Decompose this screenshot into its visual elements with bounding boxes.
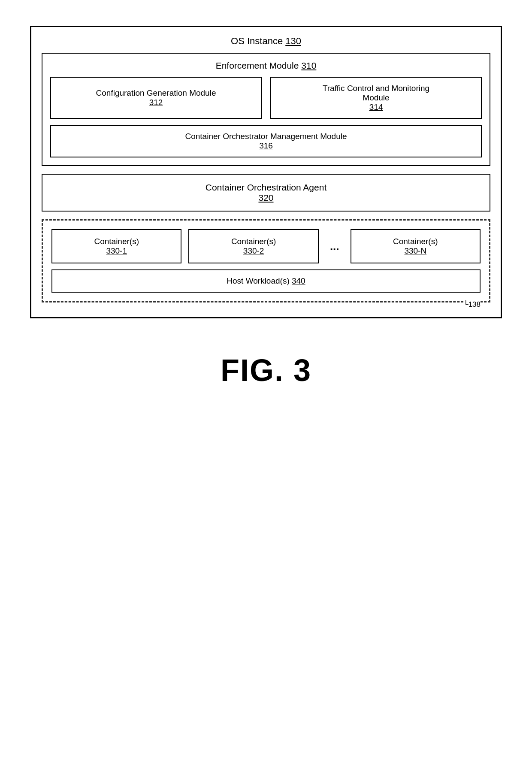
os-instance-label: OS Instance 130 (42, 36, 490, 47)
container-n-box: Container(s) 330-N (351, 229, 481, 263)
dashed-region: Container(s) 330-1 Container(s) 330-2 ..… (42, 219, 490, 302)
container-2-box: Container(s) 330-2 (188, 229, 318, 263)
traffic-control-module-box: Traffic Control and Monitoring Module 31… (270, 77, 482, 119)
host-workload-ref: 340 (292, 276, 305, 285)
modules-row: Configuration Generation Module 312 Traf… (50, 77, 482, 119)
container-orchestrator-mgmt-label: Container Orchestrator Management Module (185, 132, 347, 141)
container-orchestrator-mgmt-box: Container Orchestrator Management Module… (50, 125, 482, 157)
orchestration-agent-ref: 320 (258, 193, 273, 203)
containers-row: Container(s) 330-1 Container(s) 330-2 ..… (51, 229, 481, 263)
dashed-ref-label: └138 (463, 300, 481, 309)
orchestration-agent-label: Container Orchestration Agent (206, 182, 327, 192)
container-n-label: Container(s) (393, 237, 438, 246)
orchestration-agent-box: Container Orchestration Agent 320 (42, 174, 490, 212)
container-1-label: Container(s) (94, 237, 139, 246)
container-orchestrator-mgmt-ref: 316 (259, 141, 273, 150)
os-instance-box: OS Instance 130 Enforcement Module 310 C… (30, 26, 502, 318)
os-instance-ref: 130 (285, 36, 301, 46)
host-workload-label: Host Workload(s) (227, 276, 289, 285)
enforcement-module-label: Enforcement Module 310 (50, 60, 482, 71)
traffic-control-module-line2: Module (363, 93, 389, 103)
config-generation-module-box: Configuration Generation Module 312 (50, 77, 262, 119)
container-2-label: Container(s) (231, 237, 276, 246)
traffic-control-module-ref: 314 (369, 103, 383, 112)
container-n-ref: 330-N (404, 246, 426, 256)
container-2-ref: 330-2 (243, 246, 264, 256)
enforcement-module-ref: 310 (301, 60, 316, 70)
host-workload-box: Host Workload(s) 340 (51, 269, 481, 293)
diagram-container: OS Instance 130 Enforcement Module 310 C… (30, 26, 502, 318)
traffic-control-module-line1: Traffic Control and Monitoring (323, 84, 429, 93)
container-1-box: Container(s) 330-1 (51, 229, 181, 263)
config-generation-module-ref: 312 (149, 98, 163, 107)
container-1-ref: 330-1 (106, 246, 127, 256)
figure-label: FIG. 3 (221, 353, 311, 388)
ellipsis: ... (326, 240, 344, 253)
config-generation-module-label: Configuration Generation Module (96, 88, 216, 98)
enforcement-module-box: Enforcement Module 310 Configuration Gen… (42, 53, 490, 166)
